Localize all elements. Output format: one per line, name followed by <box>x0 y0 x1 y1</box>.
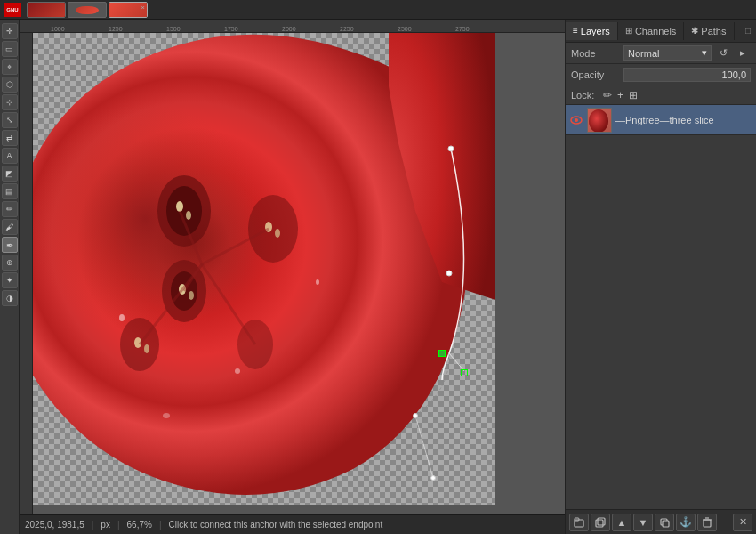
svg-point-10 <box>189 291 194 300</box>
svg-rect-32 <box>596 520 603 527</box>
delete-layer-btn[interactable] <box>697 514 717 531</box>
image-layer <box>33 33 495 505</box>
tool-pencil[interactable]: ✏ <box>2 201 18 217</box>
tab-layers[interactable]: ≡ Layers <box>566 22 618 40</box>
mode-apply-btn[interactable]: ▸ <box>735 46 751 61</box>
opacity-row: Opacity 100,0 <box>566 64 756 85</box>
svg-point-20 <box>119 314 125 321</box>
layer-name-0: —Pngtree—three slice <box>615 115 752 125</box>
lock-pixel-btn[interactable]: ✏ <box>603 89 612 101</box>
svg-rect-33 <box>598 518 605 525</box>
tool-move[interactable]: ✛ <box>2 23 18 39</box>
menubar: GNU × <box>0 0 756 20</box>
tool-gradient[interactable]: ▤ <box>2 183 18 199</box>
ruler-mark-1750: 1750 <box>224 26 238 32</box>
mode-label: Mode <box>571 48 620 59</box>
move-layer-down-btn[interactable]: ▼ <box>633 514 653 531</box>
ruler-top: 1000 1250 1500 1750 2000 2250 2500 2750 <box>20 20 565 33</box>
eye-icon <box>570 116 583 125</box>
ruler-mark-2000: 2000 <box>282 26 296 32</box>
layers-tab-icon: ≡ <box>573 26 578 36</box>
ruler-mark-1000: 1000 <box>51 26 65 32</box>
layer-thumb-img <box>588 109 612 133</box>
coordinates: 2025,0, 1981,5 <box>25 520 84 530</box>
svg-point-27 <box>575 118 578 122</box>
anchor-point-top[interactable] <box>448 146 454 152</box>
ruler-left <box>20 33 33 534</box>
tab-3[interactable]: × <box>109 2 148 18</box>
tool-text[interactable]: A <box>2 148 18 164</box>
panel-collapse-btn[interactable]: □ <box>740 26 756 36</box>
anchor-point-mid[interactable] <box>446 271 453 277</box>
toolbox: ✛ ▭ ⌖ ⬡ ⊹ ⤡ ⇄ A ◩ ▤ ✏ 🖌 ✒ ⊕ ✦ ◑ <box>0 20 20 534</box>
tool-dodge[interactable]: ◑ <box>2 290 18 306</box>
new-group-btn[interactable] <box>569 514 589 531</box>
close-panel-btn[interactable]: ✕ <box>733 514 752 531</box>
unit: px <box>101 520 110 530</box>
new-layer-icon <box>595 517 606 528</box>
tool-flip[interactable]: ⇄ <box>2 130 18 146</box>
tab-paths[interactable]: ✱ Paths <box>684 22 734 40</box>
svg-point-12 <box>275 229 280 238</box>
lock-row: Lock: ✏ + ⊞ <box>566 85 756 105</box>
mode-reset-btn[interactable]: ↺ <box>715 46 731 61</box>
svg-point-4 <box>248 195 298 263</box>
tool-crop[interactable]: ⊹ <box>2 94 18 110</box>
tab-2[interactable] <box>68 2 107 18</box>
anchor-layer-btn[interactable]: ⚓ <box>676 514 696 531</box>
svg-point-8 <box>186 211 191 220</box>
mode-dropdown-arrow: ▾ <box>702 47 707 59</box>
layer-list: —Pngtree—three slice <box>566 105 756 509</box>
svg-point-1 <box>166 186 202 236</box>
svg-point-7 <box>176 201 183 212</box>
tool-bucket[interactable]: ◩ <box>2 166 18 182</box>
right-panel: ≡ Layers ⊞ Channels ✱ Paths □ Mode Norma… <box>565 20 756 534</box>
anchor-point-handle[interactable] <box>461 369 468 376</box>
new-group-icon <box>574 517 584 528</box>
mode-dropdown[interactable]: Normal ▾ <box>623 45 712 61</box>
layer-item-0[interactable]: —Pngtree—three slice <box>566 105 756 135</box>
right-slice-svg <box>389 33 495 300</box>
panel-tabs: ≡ Layers ⊞ Channels ✱ Paths □ <box>566 20 756 43</box>
tool-heal[interactable]: ✦ <box>2 272 18 288</box>
anchor-point-far-bottom[interactable] <box>430 475 436 481</box>
layers-tab-label: Layers <box>581 26 610 36</box>
lock-position-btn[interactable]: + <box>617 89 623 101</box>
panel-bottom-toolbar: ▲ ▼ ⚓ ✕ <box>566 509 756 534</box>
tab-channels[interactable]: ⊞ Channels <box>618 22 684 40</box>
tab-close-icon[interactable]: × <box>141 4 145 12</box>
ruler-mark-1500: 1500 <box>166 26 181 32</box>
canvas-viewport[interactable] <box>33 33 565 534</box>
duplicate-layer-btn[interactable] <box>655 514 674 531</box>
tool-clone[interactable]: ⊕ <box>2 255 18 271</box>
delete-icon <box>702 517 712 528</box>
tool-brush[interactable]: 🖌 <box>2 219 18 235</box>
paths-tab-icon: ✱ <box>691 26 698 36</box>
ruler-mark-2750: 2750 <box>455 26 470 32</box>
opacity-value[interactable]: 100,0 <box>623 68 751 82</box>
main-layout: ✛ ▭ ⌖ ⬡ ⊹ ⤡ ⇄ A ◩ ▤ ✏ 🖌 ✒ ⊕ ✦ ◑ 1000 125… <box>0 20 756 534</box>
tool-lasso[interactable]: ⌖ <box>2 59 18 75</box>
move-layer-up-btn[interactable]: ▲ <box>612 514 631 531</box>
layer-thumbnail <box>587 108 612 133</box>
lock-alpha-btn[interactable]: ⊞ <box>629 89 638 101</box>
canvas-area[interactable]: 1000 1250 1500 1750 2000 2250 2500 2750 <box>20 20 565 534</box>
tool-path[interactable]: ✒ <box>2 237 18 253</box>
ruler-mark-1250: 1250 <box>109 26 123 32</box>
mode-value: Normal <box>628 48 659 59</box>
tab-1[interactable] <box>27 2 66 18</box>
tool-fuzzy[interactable]: ⬡ <box>2 77 18 93</box>
ruler-mark-2500: 2500 <box>398 26 412 32</box>
anchor-point-bottom[interactable] <box>413 413 418 418</box>
new-layer-btn[interactable] <box>591 514 610 531</box>
tool-rect[interactable]: ▭ <box>2 41 18 57</box>
ruler-mark-2250: 2250 <box>340 26 354 32</box>
layer-visibility-btn[interactable] <box>569 113 583 127</box>
tool-transform[interactable]: ⤡ <box>2 112 18 128</box>
paths-tab-label: Paths <box>701 26 726 36</box>
svg-point-21 <box>235 368 240 374</box>
opacity-label: Opacity <box>571 69 620 80</box>
anchor-point-active[interactable] <box>438 350 446 357</box>
status-bar: 2025,0, 1981,5 | px | 66,7% | Click to c… <box>20 514 565 534</box>
svg-rect-35 <box>663 521 669 527</box>
